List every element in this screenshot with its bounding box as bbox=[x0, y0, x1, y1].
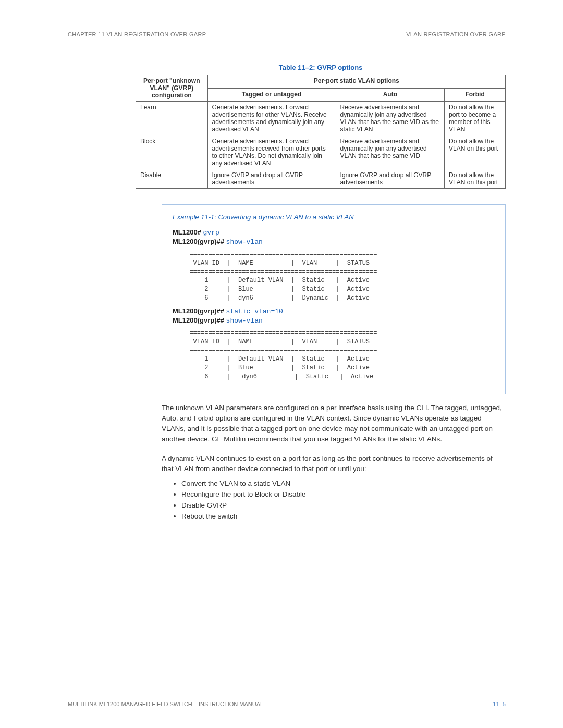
row-name: Block bbox=[136, 135, 208, 169]
paragraph-1: The unknown VLAN parameters are configur… bbox=[162, 403, 506, 445]
cli-line: ML1200(gvrp)## static vlan=10 bbox=[173, 307, 495, 315]
table-cell: Generate advertisements. Forward adverti… bbox=[207, 102, 336, 135]
gvrp-options-table: Per-port "unknown VLAN" (GVRP) configura… bbox=[136, 75, 506, 189]
header-right: VLAN REGISTRATION OVER GARP bbox=[406, 31, 506, 38]
cli-line: ML1200(gvrp)## show-vlan bbox=[173, 316, 495, 325]
header-left: CHAPTER 11 VLAN REGISTRATION OVER GARP bbox=[68, 31, 206, 38]
bullet-list: Convert the VLAN to a static VLANReconfi… bbox=[181, 479, 506, 520]
col-forbid: Forbid bbox=[445, 88, 506, 102]
row-name: Learn bbox=[136, 102, 208, 135]
col-header-group: Per-port static VLAN options bbox=[207, 75, 505, 89]
paragraph-2: A dynamic VLAN continues to exist on a p… bbox=[162, 453, 506, 475]
col-tagged: Tagged or untagged bbox=[207, 88, 336, 102]
table-row: DisableIgnore GVRP and drop all GVRP adv… bbox=[136, 169, 506, 189]
cli-command: show-vlan bbox=[226, 238, 263, 246]
cli-prompt: ML1200# bbox=[173, 228, 203, 236]
footer-left: MULTILINK ML1200 MANAGED FIELD SWITCH – … bbox=[68, 701, 263, 707]
table-row: BlockGenerate advertisements. Forward ad… bbox=[136, 135, 506, 169]
footer-pageno: 11–5 bbox=[493, 701, 506, 707]
cli-output-1: ========================================… bbox=[182, 250, 495, 303]
cli-line: ML1200# gvrp bbox=[173, 228, 495, 237]
table-row: LearnGenerate advertisements. Forward ad… bbox=[136, 102, 506, 135]
table-cell: Do not allow the port to become a member… bbox=[445, 102, 506, 135]
page-header: CHAPTER 11 VLAN REGISTRATION OVER GARP V… bbox=[68, 31, 506, 38]
list-item: Reboot the switch bbox=[181, 512, 506, 520]
row-name: Disable bbox=[136, 169, 208, 189]
example-box: Example 11-1: Converting a dynamic VLAN … bbox=[162, 204, 506, 394]
table-cell: Do not allow the VLAN on this port bbox=[445, 169, 506, 189]
cli-prompt: ML1200(gvrp)## bbox=[173, 316, 226, 324]
cli-output-2: ========================================… bbox=[182, 329, 495, 381]
cli-prompt: ML1200(gvrp)## bbox=[173, 307, 226, 315]
cli-command: gvrp bbox=[203, 229, 219, 237]
list-item: Disable GVRP bbox=[181, 501, 506, 509]
table-cell: Ignore GVRP and drop all GVRP advertisem… bbox=[336, 169, 445, 189]
list-item: Reconfigure the port to Block or Disable bbox=[181, 490, 506, 498]
table-cell: Receive advertisements and dynamically j… bbox=[336, 102, 445, 135]
body-text: The unknown VLAN parameters are configur… bbox=[68, 403, 506, 521]
cli-command: static vlan=10 bbox=[226, 307, 283, 315]
table-caption: Table 11–2: GVRP options bbox=[68, 64, 506, 71]
cli-prompt: ML1200(gvrp)## bbox=[173, 238, 226, 245]
row-header: Per-port "unknown VLAN" (GVRP) configura… bbox=[136, 75, 208, 102]
list-item: Convert the VLAN to a static VLAN bbox=[181, 479, 506, 487]
table-cell: Ignore GVRP and drop all GVRP advertisem… bbox=[207, 169, 336, 189]
cli-line: ML1200(gvrp)## show-vlan bbox=[173, 238, 495, 246]
cli-command: show-vlan bbox=[226, 317, 263, 325]
col-auto: Auto bbox=[336, 88, 445, 102]
table-cell: Do not allow the VLAN on this port bbox=[445, 135, 506, 169]
example-title: Example 11-1: Converting a dynamic VLAN … bbox=[173, 213, 495, 221]
table-cell: Receive advertisements and dynamically j… bbox=[336, 135, 445, 169]
page-footer: MULTILINK ML1200 MANAGED FIELD SWITCH – … bbox=[68, 701, 506, 707]
table-cell: Generate advertisements. Forward adverti… bbox=[207, 135, 336, 169]
